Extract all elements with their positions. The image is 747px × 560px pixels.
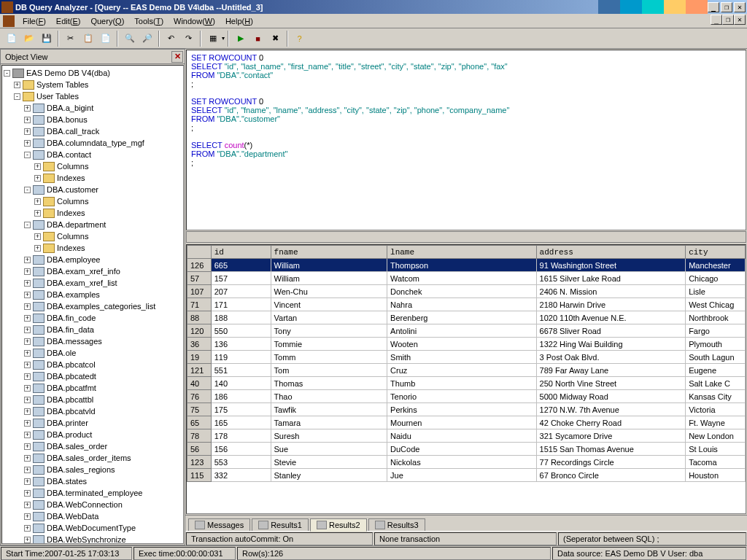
table-row[interactable]: 36136TommieWooten1322 Hing Wai BuildingP… [187, 338, 746, 351]
menu-query[interactable]: Query(Q) [85, 15, 129, 27]
new-button[interactable]: 📄 [3, 31, 20, 47]
column-header-lname[interactable]: lname [387, 246, 537, 259]
tree-columns[interactable]: +Columns [4, 230, 182, 242]
tree-table[interactable]: +DBA.employee [4, 254, 182, 265]
save-button[interactable]: 💾 [38, 31, 55, 47]
tree-table[interactable]: +DBA.WebSynchronize [4, 534, 182, 544]
table-row[interactable]: 19119TommSmith3 Post Oak Blvd.South Lagu… [187, 351, 746, 364]
cancel-exec-button[interactable]: ✖ [267, 31, 284, 47]
tree-table[interactable]: +DBA.WebConnection [4, 499, 182, 510]
table-row[interactable]: 75175TawfikPerkins1270 N.W. 7th AvenueVi… [187, 403, 746, 416]
tree-table[interactable]: +DBA.messages [4, 335, 182, 347]
tree-columns[interactable]: +Columns [4, 195, 182, 207]
tree-table[interactable]: +DBA.terminated_employee [4, 487, 182, 499]
doc-icon [3, 15, 15, 27]
tree-table[interactable]: +DBA.pbcattbl [4, 394, 182, 405]
tree-table[interactable]: -DBA.department [4, 219, 182, 230]
tree-columns[interactable]: +Columns [4, 160, 182, 172]
tree-table[interactable]: +DBA.call_track [4, 125, 182, 137]
help-button[interactable]: ? [291, 31, 308, 47]
table-row[interactable]: 126665WilliamThompson91 Washington Stree… [187, 259, 746, 272]
copy-button[interactable]: 📋 [80, 31, 96, 47]
tree-table[interactable]: +DBA.pbcatfmt [4, 382, 182, 394]
child-minimize-button[interactable]: _ [711, 15, 722, 25]
stop-button[interactable]: ■ [249, 31, 266, 47]
tree-table[interactable]: +DBA.examples [4, 289, 182, 300]
tree-table[interactable]: +DBA.pbcatcol [4, 359, 182, 370]
table-row[interactable]: 121551TomCruz789 Far Away LaneEugene [187, 364, 746, 377]
tree-table[interactable]: -DBA.contact [4, 149, 182, 160]
table-row[interactable]: 76186ThaoTenorio5000 Midway RoadKansas C… [187, 390, 746, 403]
table-row[interactable]: 123553StevieNickolas77 Recordings Circle… [187, 456, 746, 469]
tree-indexes[interactable]: +Indexes [4, 242, 182, 254]
tree-table[interactable]: +DBA.ole [4, 347, 182, 359]
table-row[interactable]: 56156SueDuCode1515 San Thomas AvenueSt L… [187, 443, 746, 456]
tree-table[interactable]: +DBA.exam_xref_info [4, 265, 182, 277]
tree-table[interactable]: +DBA.product [4, 429, 182, 440]
tree-table[interactable]: +DBA.bonus [4, 114, 182, 125]
column-header-city[interactable]: city [686, 246, 746, 259]
tree-table[interactable]: +DBA.WebDocumentType [4, 522, 182, 534]
undo-button[interactable]: ↶ [163, 31, 179, 47]
cut-button[interactable]: ✂ [62, 31, 79, 47]
child-close-button[interactable]: ✕ [734, 15, 746, 25]
tree-indexes[interactable]: +Indexes [4, 172, 182, 184]
close-panel-button[interactable]: ✕ [171, 51, 183, 63]
table-row[interactable]: 120550TonyAntolini6678 Sliver RoadFargo [187, 324, 746, 338]
menu-help[interactable]: Help(H) [220, 15, 258, 27]
tree-table[interactable]: +DBA.WebData [4, 510, 182, 522]
tree-table[interactable]: +DBA.pbcatvld [4, 405, 182, 417]
find-next-button[interactable]: 🔎 [139, 31, 155, 47]
tree-table[interactable]: +DBA.a_bigint [4, 102, 182, 114]
grid-button[interactable]: ▦ [204, 31, 221, 47]
close-button[interactable]: ✕ [734, 2, 746, 12]
sql-editor[interactable]: SET ROWCOUNT 0 SELECT "id", "last_name",… [186, 50, 746, 230]
menu-window[interactable]: Window(W) [169, 15, 220, 27]
tree-table[interactable]: -DBA.customer [4, 184, 182, 195]
tree-table[interactable]: +DBA.columndata_type_mgf [4, 137, 182, 149]
tab-results1[interactable]: Results1 [252, 518, 309, 531]
tree-root[interactable]: -EAS Demo DB V4(dba) [4, 67, 182, 79]
table-row[interactable]: 78178SureshNaidu321 Sycamore DriveNew Lo… [187, 429, 746, 443]
table-row[interactable]: 57157WilliamWatcom1615 Silver Lake RoadC… [187, 272, 746, 285]
tab-messages[interactable]: Messages [188, 518, 250, 531]
tree-table[interactable]: +DBA.fin_code [4, 312, 182, 324]
paste-button[interactable]: 📄 [97, 31, 114, 47]
maximize-button[interactable]: ❐ [721, 2, 732, 12]
tree-table[interactable]: +DBA.fin_data [4, 324, 182, 335]
table-row[interactable]: 88188VartanBerenberg1020 110th Avenue N.… [187, 311, 746, 324]
sql-horizontal-scrollbar[interactable] [186, 231, 746, 243]
tree-system-tables[interactable]: +System Tables [4, 79, 182, 90]
find-button[interactable]: 🔍 [121, 31, 138, 47]
tree-table[interactable]: +DBA.pbcatedt [4, 370, 182, 382]
table-row[interactable]: 71171VincentNahra2180 Harwin DriveWest C… [187, 298, 746, 311]
table-row[interactable]: 115332StanleyJue67 Bronco CircleHouston [187, 469, 746, 482]
redo-button[interactable]: ↷ [180, 31, 197, 47]
table-row[interactable]: 107207Wen-ChuDonchek2406 N. MissionLisle [187, 285, 746, 298]
column-header-id[interactable]: id [211, 246, 271, 259]
tab-results3[interactable]: Results3 [368, 518, 425, 531]
tree-user-tables[interactable]: -User Tables [4, 90, 182, 102]
menu-tools[interactable]: Tools(T) [129, 15, 169, 27]
column-header-address[interactable]: address [536, 246, 686, 259]
child-restore-button[interactable]: ❐ [722, 15, 734, 25]
minimize-button[interactable]: _ [708, 2, 719, 12]
open-button[interactable]: 📂 [20, 31, 37, 47]
column-header-fname[interactable]: fname [271, 246, 387, 259]
object-tree[interactable]: -EAS Demo DB V4(dba)+System Tables-User … [1, 65, 184, 544]
tree-table[interactable]: +DBA.sales_order_items [4, 452, 182, 464]
tab-results2[interactable]: Results2 [310, 518, 367, 532]
tree-table[interactable]: +DBA.printer [4, 417, 182, 429]
execute-button[interactable]: ▶ [232, 31, 249, 47]
tree-table[interactable]: +DBA.sales_regions [4, 464, 182, 475]
tree-table[interactable]: +DBA.states [4, 475, 182, 487]
tree-table[interactable]: +DBA.examples_categories_list [4, 300, 182, 312]
tree-indexes[interactable]: +Indexes [4, 207, 182, 219]
tree-table[interactable]: +DBA.sales_order [4, 440, 182, 452]
table-row[interactable]: 65165TamaraMournen42 Choke Cherry RoadFt… [187, 416, 746, 429]
tree-table[interactable]: +DBA.exam_xref_list [4, 277, 182, 289]
menu-edit[interactable]: Edit(E) [51, 15, 86, 27]
table-row[interactable]: 40140ThomasThumb250 North Vine StreetSal… [187, 377, 746, 390]
menu-file[interactable]: File(F) [18, 15, 51, 27]
results-grid[interactable]: idfnamelnameaddresscity 126665WilliamTho… [186, 244, 746, 514]
